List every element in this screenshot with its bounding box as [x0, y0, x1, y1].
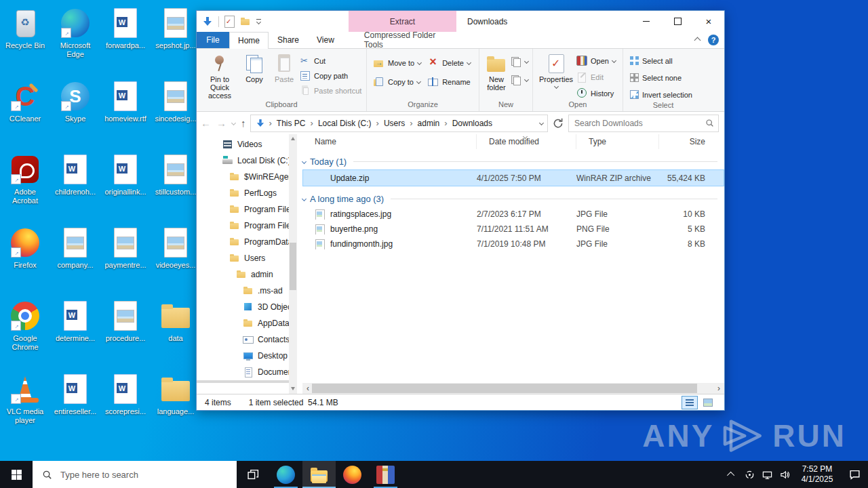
move-to-button[interactable]: Move to [374, 56, 421, 69]
nav-tree-item[interactable]: Desktop [197, 348, 289, 364]
desktop-icon[interactable]: determine... [50, 300, 100, 373]
desktop-icon[interactable]: CCleaner [0, 80, 50, 153]
cut-button[interactable]: Cut [300, 54, 361, 67]
breadcrumb-item[interactable]: Local Disk (C:) [318, 119, 372, 128]
file-group-header[interactable]: A long time ago (3) [302, 186, 724, 207]
history-button[interactable]: History [576, 87, 616, 100]
desktop-icon[interactable]: Firefox [0, 226, 50, 300]
nav-tree-item[interactable]: $WinREAgent [197, 169, 289, 185]
group-collapse-icon[interactable] [302, 159, 307, 163]
tab-file[interactable]: File [197, 32, 229, 48]
forward-button[interactable]: → [216, 117, 226, 129]
refresh-icon[interactable] [552, 117, 564, 129]
column-header-size[interactable]: Size [659, 134, 713, 149]
desktop-icon[interactable]: Microsoft Edge [50, 7, 100, 80]
desktop-icon[interactable]: entireseller... [50, 373, 100, 446]
tab-share[interactable]: Share [269, 32, 308, 48]
breadcrumb-separator[interactable]: › [410, 118, 412, 128]
column-header-name[interactable]: Name [302, 134, 477, 149]
file-row[interactable]: ratingsplaces.jpg 2/7/2023 6:17 PM JPG F… [302, 207, 724, 222]
start-button[interactable] [0, 461, 33, 488]
nav-scrollbar[interactable] [289, 134, 297, 383]
nav-tree-item[interactable]: Videos [197, 136, 289, 152]
breadcrumb-separator[interactable]: › [269, 118, 272, 128]
file-row[interactable]: buyerthe.png 7/11/2021 11:51 AM PNG File… [302, 222, 724, 237]
desktop-icon[interactable]: videoeyes... [151, 226, 201, 300]
file-row[interactable]: Update.zip 4/1/2025 7:50 PM WinRAR ZIP a… [302, 169, 724, 186]
invert-selection-button[interactable]: Invert selection [630, 88, 692, 101]
desktop-icon[interactable]: originallink... [100, 153, 151, 226]
copy-path-button[interactable]: Copy path [300, 69, 361, 82]
hscrollbar-thumb[interactable] [312, 384, 697, 393]
new-item-button[interactable] [511, 73, 528, 86]
nav-tree-item[interactable]: Documents [197, 364, 289, 380]
address-dropdown-icon[interactable] [539, 121, 544, 125]
taskbar-app-edge[interactable] [269, 461, 302, 488]
help-icon[interactable]: ? [708, 35, 719, 45]
taskbar-app-firefox[interactable] [336, 461, 369, 488]
maximize-button[interactable] [662, 11, 693, 32]
select-all-button[interactable]: Select all [630, 54, 692, 67]
desktop-icon[interactable]: Recycle Bin [0, 7, 50, 80]
nav-tree-item[interactable]: PerfLogs [197, 185, 289, 201]
taskbar-app-file-explorer[interactable] [302, 461, 336, 488]
search-input[interactable] [573, 118, 705, 129]
desktop-icon[interactable]: sincedesig... [151, 80, 201, 153]
copy-button[interactable]: Copy [240, 52, 269, 83]
nav-tree-item[interactable]: admin [197, 266, 289, 283]
desktop-icon[interactable]: language... [151, 373, 201, 446]
scrollbar-thumb[interactable] [290, 243, 296, 290]
desktop-icon[interactable]: Adobe Acrobat [0, 153, 50, 226]
pin-to-quick-access-button[interactable]: Pin to Quick access [201, 52, 239, 100]
nav-tree-item[interactable]: Program Files [197, 201, 289, 218]
select-none-button[interactable]: Select none [630, 71, 692, 84]
back-button[interactable]: ← [201, 117, 211, 129]
desktop-icon[interactable]: VLC media player [0, 373, 50, 446]
nav-tree-item[interactable]: Program Files [197, 218, 289, 234]
thumbnails-view-button[interactable] [700, 396, 716, 409]
desktop-icon[interactable]: Skype [50, 80, 100, 153]
breadcrumb-separator[interactable]: › [311, 118, 313, 128]
column-header-date-modified[interactable]: Date modified [477, 134, 576, 149]
breadcrumb-box[interactable]: ›This PC›Local Disk (C:)›Users›admin›Dow… [250, 115, 549, 132]
tab-compressed-folder-tools[interactable]: Compressed Folder Tools [355, 32, 460, 48]
tray-overflow-button[interactable] [723, 461, 741, 488]
up-button[interactable]: ↑ [241, 117, 246, 129]
group-collapse-icon[interactable] [302, 196, 307, 201]
nav-tree-item[interactable]: Local Disk (C:) [197, 152, 289, 169]
customize-quick-access-icon[interactable] [256, 19, 261, 24]
desktop-icon[interactable]: homeview.rtf [100, 80, 151, 153]
file-group-header[interactable]: Today (1) [302, 149, 724, 169]
tray-network-button[interactable] [758, 461, 776, 488]
scroll-right-icon[interactable]: › [713, 384, 724, 393]
recent-locations-icon[interactable] [231, 121, 236, 125]
nav-tree-item[interactable]: Contacts [197, 331, 289, 348]
nav-tree-item[interactable]: Users [197, 250, 289, 266]
details-view-button[interactable] [682, 396, 698, 409]
minimize-button[interactable] [631, 11, 662, 32]
file-row[interactable]: fundingmonth.jpg 7/1/2019 10:48 PM JPG F… [302, 237, 724, 251]
nav-tree-item[interactable]: .ms-ad [197, 283, 289, 299]
nav-tree-item[interactable]: ProgramData [197, 234, 289, 250]
horizontal-scrollbar[interactable]: ‹ › [302, 383, 724, 394]
taskbar-search[interactable] [33, 461, 237, 488]
desktop-icon[interactable]: scorepresi... [100, 373, 151, 446]
edit-button[interactable]: Edit [576, 70, 616, 83]
nav-tree-item[interactable]: AppData [197, 315, 289, 331]
desktop-icon[interactable]: Google Chrome [0, 300, 50, 373]
breadcrumb-item[interactable]: Users [384, 119, 405, 128]
collapse-ribbon-icon[interactable] [694, 37, 701, 43]
tray-record-button[interactable] [741, 461, 758, 488]
desktop-icon[interactable]: paymentre... [100, 226, 151, 300]
breadcrumb-separator[interactable]: › [444, 118, 447, 128]
tray-volume-button[interactable] [776, 461, 793, 488]
title-bar[interactable]: Extract Downloads × [197, 11, 724, 32]
desktop-icon[interactable]: childrenoh... [50, 153, 100, 226]
desktop-icon[interactable]: stillcustom... [151, 153, 201, 226]
nav-tree-item[interactable]: 3D Objects [197, 299, 289, 315]
taskbar-search-input[interactable] [59, 469, 237, 481]
tab-home[interactable]: Home [229, 32, 269, 49]
search-box[interactable] [568, 115, 719, 132]
desktop-icon[interactable]: forwardpa... [100, 7, 151, 80]
taskbar-app-winrar[interactable] [369, 461, 402, 488]
